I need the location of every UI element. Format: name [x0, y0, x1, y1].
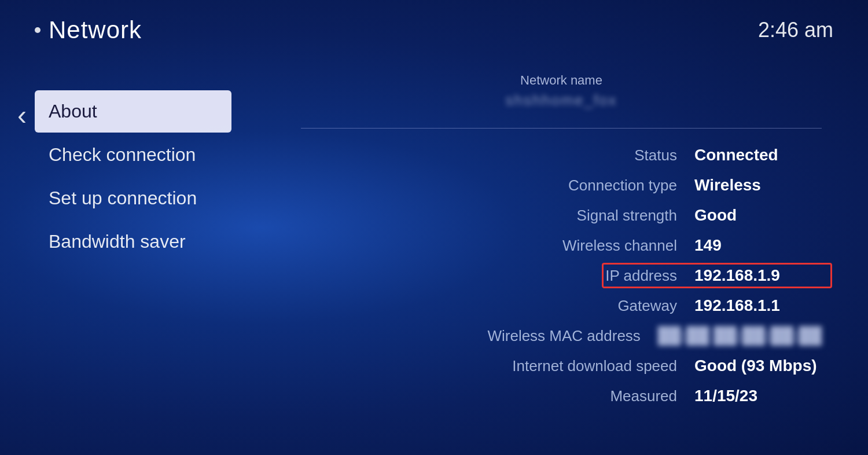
value-download-speed: Good (93 Mbps) — [694, 357, 822, 375]
label-wireless-mac: Wireless MAC address — [444, 327, 641, 345]
network-name-section: Network name shshhome_fox — [301, 73, 822, 109]
row-ip-address: IP address 192.168.1.9 — [301, 260, 822, 291]
row-gateway: Gateway 192.168.1.1 — [301, 291, 822, 321]
info-table: Status Connected Connection type Wireles… — [301, 140, 822, 411]
value-gateway: 192.168.1.1 — [694, 296, 822, 315]
clock: 2:46 am — [758, 18, 833, 42]
label-signal-strength: Signal strength — [480, 207, 677, 225]
network-name-label: Network name — [301, 73, 822, 88]
row-signal-strength: Signal strength Good — [301, 200, 822, 230]
row-connection-type: Connection type Wireless — [301, 170, 822, 200]
content-panel: Network name shshhome_fox Status Connect… — [231, 56, 868, 453]
label-measured: Measured — [480, 387, 677, 405]
sidebar: ‹ About Check connection Set up connecti… — [35, 56, 231, 453]
network-name-value: shshhome_fox — [301, 91, 822, 109]
label-connection-type: Connection type — [480, 177, 677, 195]
row-wireless-channel: Wireless channel 149 — [301, 230, 822, 260]
back-button[interactable]: ‹ — [17, 99, 27, 131]
label-wireless-channel: Wireless channel — [480, 237, 677, 255]
divider — [301, 128, 822, 129]
nav-item-about[interactable]: About — [35, 90, 231, 133]
value-connection-type: Wireless — [694, 176, 822, 195]
value-wireless-channel: 149 — [694, 236, 822, 255]
label-ip-address: IP address — [480, 267, 677, 285]
value-measured: 11/15/23 — [694, 387, 822, 405]
row-download-speed: Internet download speed Good (93 Mbps) — [301, 351, 822, 381]
header: Network 2:46 am — [0, 0, 868, 56]
label-status: Status — [480, 146, 677, 164]
nav-item-check-connection[interactable]: Check connection — [35, 134, 231, 176]
label-gateway: Gateway — [480, 297, 677, 315]
label-download-speed: Internet download speed — [480, 357, 677, 375]
main-layout: ‹ About Check connection Set up connecti… — [0, 56, 868, 453]
page-title: Network — [49, 16, 142, 44]
nav-item-bandwidth-saver[interactable]: Bandwidth saver — [35, 221, 231, 263]
row-measured: Measured 11/15/23 — [301, 381, 822, 411]
nav-item-set-up-connection[interactable]: Set up connection — [35, 177, 231, 219]
value-signal-strength: Good — [694, 206, 822, 225]
header-dot-icon — [35, 27, 41, 33]
value-wireless-mac: ██:██ ██:██:██:██ — [658, 326, 822, 345]
value-ip-address: 192.168.1.9 — [694, 266, 822, 285]
row-status: Status Connected — [301, 140, 822, 170]
value-status: Connected — [694, 146, 822, 164]
row-wireless-mac: Wireless MAC address ██:██ ██:██:██:██ — [301, 321, 822, 351]
header-title-area: Network — [35, 16, 142, 44]
